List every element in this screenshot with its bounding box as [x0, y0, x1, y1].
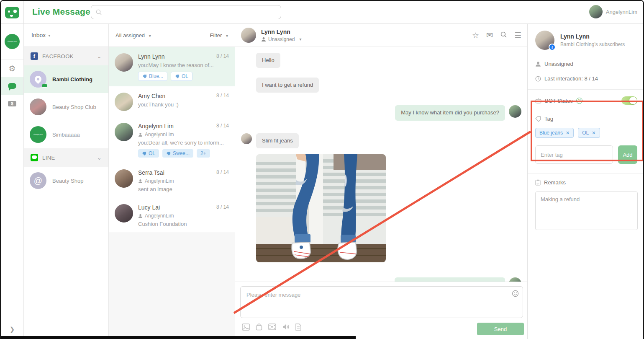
conversation-time: 8 / 14	[216, 169, 229, 176]
avatar	[30, 71, 46, 88]
clock-icon	[535, 76, 541, 82]
image-attachment-icon[interactable]	[242, 323, 250, 332]
file-attachment-icon[interactable]	[295, 323, 301, 332]
video-attachment-icon[interactable]	[268, 323, 276, 332]
rail-item-billing[interactable]: $	[1, 95, 23, 112]
outgoing-message: May I know the reason of getting refund?	[395, 277, 505, 282]
menu-icon[interactable]: ☰	[514, 31, 521, 39]
tag-pill[interactable]: Blue...	[138, 72, 167, 81]
inbox-page-simbaaaaa[interactable]: change your Simbaaaaa	[24, 121, 108, 148]
facebook-badge-icon: f	[549, 44, 556, 51]
remove-tag-icon[interactable]: ✕	[592, 130, 595, 136]
tag-icon	[535, 116, 541, 122]
avatar	[509, 277, 521, 282]
rail-item-settings[interactable]: ⚙	[1, 60, 23, 77]
tag-pill-blue-jeans[interactable]: Blue jeans✕	[535, 128, 574, 138]
workspace-avatar[interactable]: change your	[5, 34, 20, 49]
conversation-lynn-lynn[interactable]: Lynn Lynn8 / 14 you:May I know the reaso…	[109, 47, 235, 86]
person-icon	[535, 61, 541, 67]
conversation-angelynn-lim[interactable]: Angelynn Lim8 / 14 AngelynnLim you:Dear …	[109, 116, 235, 163]
bag-attachment-icon[interactable]	[256, 323, 262, 332]
person-icon	[261, 37, 266, 42]
conversation-serra-tsai[interactable]: Serra Tsai8 / 14 AngelynnLim sent an ima…	[109, 163, 235, 198]
section-facebook[interactable]: f FACEBOOK ⌄	[24, 47, 108, 65]
audio-attachment-icon[interactable]	[282, 323, 290, 332]
section-label: FACEBOOK	[42, 53, 74, 60]
message-input[interactable]	[241, 287, 523, 318]
tag-overflow-pill[interactable]: 2+	[197, 149, 210, 158]
conversation-name: Amy Chen	[138, 93, 165, 99]
global-search[interactable]	[91, 5, 281, 19]
remove-tag-icon[interactable]: ✕	[566, 130, 570, 136]
conversation-time: 8 / 14	[216, 204, 229, 211]
facebook-icon: f	[31, 52, 38, 60]
tag-pill-ol[interactable]: OL✕	[578, 128, 600, 138]
incoming-message: Slim fit jeans	[256, 133, 299, 148]
section-line[interactable]: LINE ⌄	[24, 148, 108, 167]
inbox-label: Inbox	[31, 32, 46, 39]
conversation-lucy-lai[interactable]: Lucy Lai8 / 14 AngelynnLim Cushion Found…	[109, 198, 235, 233]
avatar	[115, 204, 133, 223]
app-logo[interactable]	[1, 1, 24, 24]
send-button[interactable]: Send	[477, 323, 524, 335]
conversation-amy-chen[interactable]: Amy Chen8 / 14 you:Thank you :)	[109, 86, 235, 116]
rail-item-chat[interactable]	[1, 77, 23, 95]
filter-dropdown[interactable]: Filter ▾	[210, 32, 228, 39]
bot-icon	[535, 98, 541, 104]
assignment-dropdown[interactable]: Unassigned▾	[261, 36, 301, 42]
search-conversation-icon[interactable]	[500, 31, 507, 40]
bot-status-toggle[interactable]	[621, 96, 637, 105]
inbox-page-beauty-shop-club[interactable]: Beauty Shop Club	[24, 93, 108, 121]
conversation-name: Lynn Lynn	[138, 53, 165, 60]
live-message-app: Live Message AngelynnLim change your ⚙ $…	[0, 0, 644, 339]
message-list: Hello I want to get a refund May I know …	[235, 47, 527, 282]
message-image-jeans[interactable]	[256, 154, 386, 262]
assigned-filter-dropdown[interactable]: All assigned ▾	[115, 32, 151, 39]
conversation-list: All assigned ▾ Filter ▾ Lynn Lynn8 / 14 …	[109, 24, 235, 339]
page-name: Simbaaaaa	[52, 132, 80, 138]
conversation-time: 8 / 14	[216, 93, 229, 99]
tag-pill[interactable]: OL	[138, 149, 159, 158]
contact-name: Lynn Lynn	[560, 33, 625, 40]
conversation-name: Angelynn Lim	[138, 123, 174, 129]
chevron-down-icon: ⌄	[97, 155, 102, 161]
incoming-message: I want to get a refund	[256, 78, 319, 93]
composer: Send	[235, 282, 527, 339]
conversation-name: Serra Tsai	[138, 169, 164, 176]
avatar	[115, 123, 133, 141]
tag-pill[interactable]: Swee...	[162, 149, 193, 158]
billing-icon: $	[8, 101, 16, 106]
chat-pane: Lynn Lynn Unassigned▾ ☆ ✉ ☰ Hello I want…	[235, 24, 527, 339]
envelope-icon[interactable]: ✉	[486, 31, 493, 39]
inbox-dropdown[interactable]: Inbox▾	[24, 24, 108, 47]
tag-pill[interactable]: OL	[171, 72, 192, 81]
enter-tag-input[interactable]	[535, 145, 613, 164]
person-icon	[138, 179, 143, 184]
avatar	[115, 53, 133, 72]
conversation-preview: you:Dear all, we're sorry to inform...	[138, 140, 229, 146]
search-input[interactable]	[105, 9, 277, 16]
inbox-page-bambi-clothing[interactable]: Bambi Clothing	[24, 65, 108, 93]
inbox-column: Inbox▾ f FACEBOOK ⌄ Bambi Clothing Beaut…	[24, 24, 109, 339]
inbox-page-beauty-shop[interactable]: @ Beauty Shop	[24, 167, 108, 194]
expand-chevron-icon[interactable]: ❯	[1, 326, 23, 333]
emoji-icon[interactable]	[512, 290, 519, 299]
gear-icon: ⚙	[8, 64, 15, 73]
person-icon	[138, 132, 143, 137]
chat-contact-name: Lynn Lynn	[261, 28, 301, 35]
section-label: LINE	[42, 155, 55, 161]
live-badge	[42, 84, 47, 88]
app-title: Live Message	[32, 7, 90, 17]
add-tag-button[interactable]: Add	[618, 145, 637, 164]
help-icon[interactable]: ?	[576, 98, 582, 104]
tag-icon	[142, 74, 147, 79]
tag-section-title: Tag	[535, 116, 637, 122]
star-icon[interactable]: ☆	[472, 31, 479, 39]
current-user[interactable]: AngelynnLim	[589, 5, 637, 18]
conversation-time: 8 / 14	[216, 123, 229, 129]
remarks-section-title: Remarks	[535, 179, 637, 186]
remarks-textarea[interactable]: Making a refund	[535, 191, 638, 230]
conversation-time: 8 / 14	[216, 53, 229, 60]
contact-detail-panel: f Lynn Lynn Bambi Clothing's subscribers…	[527, 24, 644, 339]
robot-logo-icon	[5, 7, 19, 18]
